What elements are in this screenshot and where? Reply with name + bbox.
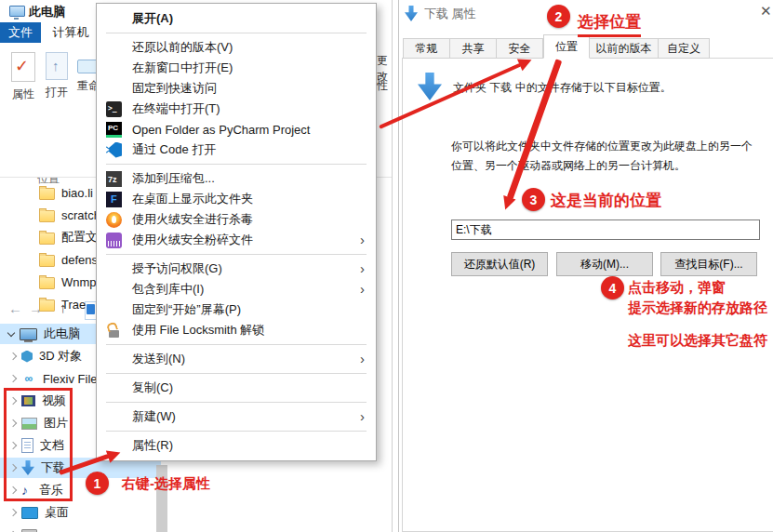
menu-item[interactable]: 固定到“开始”屏幕(P): [97, 299, 376, 320]
dialog-tab-以前的版本[interactable]: 以前的版本: [590, 38, 659, 59]
chevron-spacer: [28, 256, 34, 262]
properties-check-icon: [11, 52, 35, 82]
submenu-arrow-icon: ›: [360, 264, 365, 273]
annotation-step2-text: 选择位置: [578, 11, 641, 37]
folder-icon: [39, 277, 55, 289]
menu-item[interactable]: 添加到压缩包...: [97, 168, 376, 189]
properties-dialog: 下载 属性 ✕ 常规共享安全位置以前的版本自定义 文件夹 下载 中的文件存储于以…: [398, 0, 773, 532]
chevron-collapsed-icon[interactable]: [9, 352, 17, 360]
annotation-step4-line1: 点击移动，弹窗: [628, 279, 726, 297]
menu-item-label: 使用火绒安全粉碎文件: [132, 232, 253, 248]
menu-item-label: 新建(W): [132, 408, 176, 425]
folder-icon: [39, 299, 55, 312]
desktop-icon: [21, 507, 38, 519]
menu-item[interactable]: 复制(C): [97, 378, 376, 398]
chevron-spacer: [28, 233, 34, 240]
menu-item-label: 展开(A): [132, 10, 173, 27]
move-button[interactable]: 移动(M)...: [556, 252, 653, 276]
menu-item-label: 发送到(N): [132, 351, 185, 367]
menu-item[interactable]: 展开(A): [97, 8, 376, 29]
sidebar-item-clipped[interactable]: [0, 525, 161, 532]
lock-icon: [106, 323, 122, 339]
this-pc-icon: [9, 6, 25, 17]
menu-item[interactable]: 在新窗口中打开(E): [97, 58, 376, 78]
menu-item[interactable]: 新建(W)›: [97, 406, 376, 427]
annotation-step4-line3: 这里可以选择其它盘符: [628, 332, 767, 350]
chevron-collapsed-icon[interactable]: [9, 375, 17, 382]
folder-path-input[interactable]: [451, 219, 760, 240]
menu-icon-slot: [106, 40, 122, 56]
submenu-arrow-icon: ›: [360, 412, 365, 421]
menu-item-label: 属性(R): [132, 437, 173, 454]
sidebar-item-桌面[interactable]: 桌面: [0, 502, 161, 523]
sidebar-item-label: 3D 对象: [39, 348, 82, 365]
dialog-title: 下载 属性: [424, 6, 476, 22]
menu-item[interactable]: 固定到快速访问: [97, 78, 376, 99]
menu-item-label: 使用火绒安全进行杀毒: [132, 211, 253, 228]
dialog-tab-自定义[interactable]: 自定义: [659, 38, 710, 59]
submenu-arrow-icon: ›: [360, 235, 365, 245]
menu-item[interactable]: 在桌面上显示此文件夹: [97, 189, 376, 209]
chevron-spacer: [28, 189, 34, 195]
menu-icon-slot: [106, 409, 122, 425]
restore-default-button[interactable]: 还原默认值(R): [451, 252, 548, 276]
menu-separator: [106, 33, 367, 33]
chevron-collapsed-icon[interactable]: [9, 509, 17, 516]
sidebar-item-label: Wnmp: [61, 275, 97, 289]
menu-item[interactable]: 还原以前的版本(V): [97, 37, 376, 58]
menu-separator: [106, 402, 367, 403]
ribbon-properties-button[interactable]: 属性: [7, 52, 39, 102]
menu-item-label: 固定到“开始”屏幕(P): [132, 301, 241, 318]
menu-item-label: 在终端中打开(T): [132, 100, 220, 117]
menu-item-label: 固定到快速访问: [132, 80, 217, 97]
ribbon-open-button[interactable]: 打开: [41, 52, 73, 100]
menu-item[interactable]: Open Folder as PyCharm Project: [97, 119, 376, 140]
shredder-icon: [106, 233, 122, 248]
menu-item[interactable]: 使用火绒安全进行杀毒: [97, 209, 376, 230]
clipped-ribbon-label-prop: 性: [377, 78, 398, 94]
submenu-arrow-icon: ›: [360, 354, 365, 364]
menu-item[interactable]: 使用 File Locksmith 解锁: [97, 320, 376, 340]
folder-icon: [39, 255, 55, 267]
dialog-tab-常规[interactable]: 常规: [403, 38, 450, 59]
find-target-button[interactable]: 查找目标(F)...: [660, 252, 757, 276]
dialog-tab-strip: 常规共享安全位置以前的版本自定义: [403, 35, 710, 59]
open-file-icon: [46, 52, 68, 80]
menu-separator: [106, 254, 367, 255]
help-line-2: 位置、另一个驱动器或网络上的另一台计算机。: [451, 156, 764, 176]
7zip-icon: [106, 171, 122, 187]
menu-item[interactable]: 包含到库中(I)›: [97, 279, 376, 299]
menu-item-label: 还原以前的版本(V): [132, 39, 233, 56]
menu-item-label: 使用 File Locksmith 解锁: [132, 322, 264, 339]
menu-item[interactable]: 通过 Code 打开: [97, 140, 376, 160]
sidebar-item-label: 桌面: [45, 504, 69, 521]
menu-item[interactable]: 在终端中打开(T): [97, 99, 376, 119]
menu-icon-slot: [106, 81, 122, 97]
dialog-tab-共享[interactable]: 共享: [450, 38, 497, 59]
pycharm-icon: [106, 122, 122, 138]
dialog-tab-安全[interactable]: 安全: [497, 38, 543, 59]
terminal-icon: [106, 101, 122, 117]
annotation-step4-badge: 4: [601, 276, 624, 299]
menu-item[interactable]: 发送到(N)›: [97, 349, 376, 369]
menu-icon-slot: [106, 11, 122, 27]
ribbon-tab-computer[interactable]: 计算机: [43, 22, 99, 43]
menu-item[interactable]: 使用火绒安全粉碎文件›: [97, 230, 376, 250]
menu-item-label: 通过 Code 打开: [132, 141, 216, 158]
ribbon-tab-file[interactable]: 文件: [0, 22, 41, 43]
menu-item[interactable]: 授予访问权限(G)›: [97, 259, 376, 279]
dialog-tab-位置[interactable]: 位置: [543, 34, 590, 59]
chevron-expanded-icon[interactable]: [7, 329, 15, 337]
menu-icon-slot: [106, 60, 122, 76]
annotation-step1-badge: 1: [86, 472, 109, 495]
close-icon[interactable]: ✕: [760, 3, 773, 20]
menu-item-label: 添加到压缩包...: [132, 170, 215, 187]
menu-item[interactable]: 属性(R): [97, 435, 376, 456]
sidebar-item-label: biao.li: [61, 186, 93, 200]
flexiv-icon: [21, 373, 36, 385]
menu-item-label: 复制(C): [132, 379, 173, 396]
annotation-step3-text: 这是当前的位置: [551, 190, 661, 211]
cube-icon: [21, 351, 33, 363]
sidebar-item-label: 此电脑: [44, 326, 80, 342]
menu-icon-slot: [106, 261, 122, 277]
